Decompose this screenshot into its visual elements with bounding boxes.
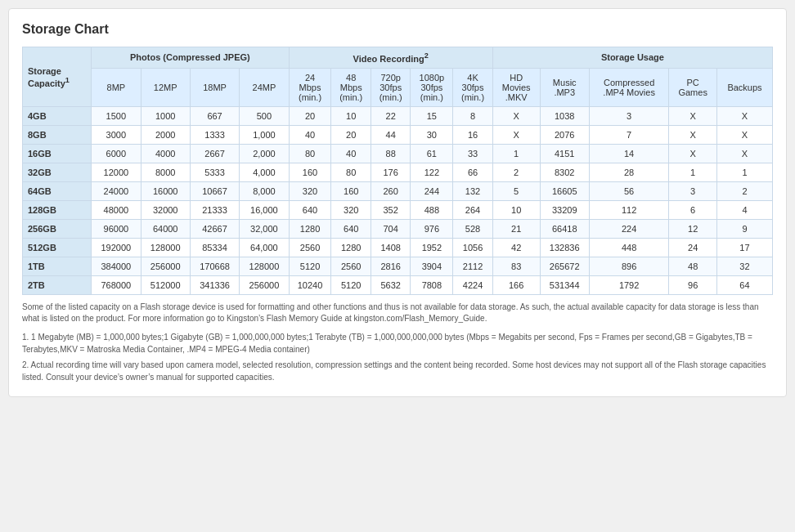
table-cell: 5 [492, 181, 540, 200]
table-cell: 260 [371, 181, 410, 200]
table-cell: 10 [331, 106, 371, 125]
storage-chart-card: Storage Chart StorageCapacity1 Photos (C… [8, 8, 787, 397]
table-cell: 1000 [141, 106, 190, 125]
table-cell: 1333 [190, 125, 239, 144]
cell-capacity: 128GB [23, 200, 92, 219]
table-cell: 320 [289, 181, 331, 200]
table-cell: 1 [716, 163, 772, 181]
table-cell: 3 [669, 181, 717, 200]
table-cell: 20 [289, 106, 331, 125]
table-cell: 500 [240, 106, 289, 125]
table-cell: 1056 [453, 238, 492, 257]
col-1080p: 1080p30fps(min.) [411, 68, 453, 106]
table-cell: 32 [716, 257, 772, 275]
table-cell: 2816 [371, 257, 410, 275]
table-cell: 5333 [190, 163, 239, 181]
footnotes: 1. 1 Megabyte (MB) = 1,000,000 bytes;1 G… [22, 331, 773, 383]
table-cell: 96000 [92, 219, 141, 238]
table-cell: 83 [492, 257, 540, 275]
table-cell: 20 [331, 125, 371, 144]
table-cell: 12000 [92, 163, 141, 181]
col-8mp: 8MP [92, 68, 141, 106]
cell-capacity: 1TB [23, 257, 92, 275]
table-cell: 15 [411, 106, 453, 125]
table-cell: 32000 [141, 200, 190, 219]
table-cell: 88 [371, 144, 410, 163]
table-cell: 9 [716, 219, 772, 238]
table-cell: 128000 [141, 238, 190, 257]
table-cell: 6 [669, 200, 717, 219]
table-cell: X [492, 106, 540, 125]
table-cell: 24 [669, 238, 717, 257]
table-cell: 32,000 [240, 219, 289, 238]
table-cell: 640 [289, 200, 331, 219]
table-row: 16GB6000400026672,00080408861331415114XX [23, 144, 773, 163]
table-cell: 170668 [190, 257, 239, 275]
col-music: Music.MP3 [540, 68, 589, 106]
table-cell: 24000 [92, 181, 141, 200]
table-cell: 7 [589, 125, 668, 144]
table-cell: 704 [371, 219, 410, 238]
table-cell: 17 [716, 238, 772, 257]
table-cell: 1792 [589, 275, 668, 294]
col-backups: Backups [716, 68, 772, 106]
table-cell: 4,000 [240, 163, 289, 181]
table-cell: 1408 [371, 238, 410, 257]
table-cell: 80 [289, 144, 331, 163]
table-cell: 531344 [540, 275, 589, 294]
table-cell: X [669, 144, 717, 163]
col-4k: 4K30fps(min.) [453, 68, 492, 106]
table-cell: 3904 [411, 257, 453, 275]
table-cell: 16 [453, 125, 492, 144]
table-cell: 5120 [331, 275, 371, 294]
table-cell: X [716, 125, 772, 144]
table-cell: 48 [669, 257, 717, 275]
footnote-2: 2. Actual recording time will vary based… [22, 359, 773, 383]
table-cell: 30 [411, 125, 453, 144]
table-cell: 12 [669, 219, 717, 238]
col-group-storage: Storage Usage [492, 47, 772, 69]
page-title: Storage Chart [22, 22, 773, 37]
table-cell: 265672 [540, 257, 589, 275]
table-cell: 2112 [453, 257, 492, 275]
table-row: 128GB48000320002133316,00064032035248826… [23, 200, 773, 219]
table-cell: 768000 [92, 275, 141, 294]
table-cell: 56 [589, 181, 668, 200]
table-row: 512GB1920001280008533464,000256012801408… [23, 238, 773, 257]
table-cell: 2 [492, 163, 540, 181]
table-cell: 61 [411, 144, 453, 163]
footnote-main: Some of the listed capacity on a Flash s… [22, 302, 773, 324]
col-24mbps: 24Mbps(min.) [289, 68, 331, 106]
table-cell: 5120 [289, 257, 331, 275]
table-cell: 2000 [141, 125, 190, 144]
col-compressed-movies: Compressed.MP4 Movies [589, 68, 668, 106]
table-cell: 5632 [371, 275, 410, 294]
table-cell: 264 [453, 200, 492, 219]
table-cell: 8,000 [240, 181, 289, 200]
table-cell: 48000 [92, 200, 141, 219]
table-cell: 4 [716, 200, 772, 219]
table-cell: 4224 [453, 275, 492, 294]
table-cell: 1 [669, 163, 717, 181]
table-cell: X [492, 125, 540, 144]
table-cell: 40 [331, 144, 371, 163]
cell-capacity: 512GB [23, 238, 92, 257]
table-cell: 64 [716, 275, 772, 294]
table-cell: 7808 [411, 275, 453, 294]
footnote-1: 1. 1 Megabyte (MB) = 1,000,000 bytes;1 G… [22, 331, 773, 355]
table-cell: 160 [289, 163, 331, 181]
table-cell: 33 [453, 144, 492, 163]
col-18mp: 18MP [190, 68, 239, 106]
table-cell: 384000 [92, 257, 141, 275]
col-720p: 720p30fps(min.) [371, 68, 410, 106]
table-cell: 2560 [331, 257, 371, 275]
table-cell: 320 [331, 200, 371, 219]
cell-capacity: 16GB [23, 144, 92, 163]
table-cell: 341336 [190, 275, 239, 294]
table-cell: 10667 [190, 181, 239, 200]
table-cell: 80 [331, 163, 371, 181]
table-cell: 10 [492, 200, 540, 219]
table-cell: X [716, 144, 772, 163]
col-48mbps: 48Mbps(min.) [331, 68, 371, 106]
col-12mp: 12MP [141, 68, 190, 106]
